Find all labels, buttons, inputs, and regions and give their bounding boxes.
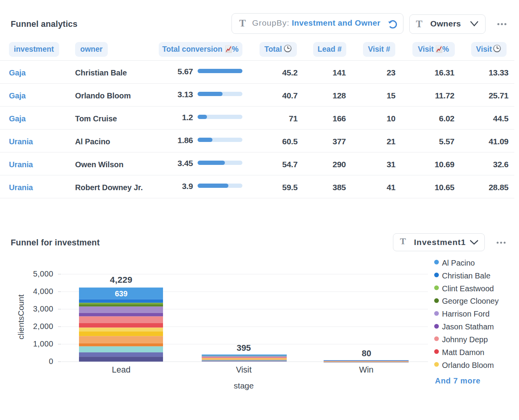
svg-text:clientsCount: clientsCount — [16, 294, 25, 340]
svg-text:0: 0 — [49, 357, 53, 366]
svg-text:639: 639 — [115, 289, 128, 298]
svg-text:5,000: 5,000 — [33, 270, 53, 278]
svg-text:stage: stage — [234, 381, 254, 390]
svg-text:Win: Win — [359, 365, 373, 374]
svg-text:Visit: Visit — [236, 365, 251, 374]
svg-text:4,229: 4,229 — [110, 275, 133, 285]
svg-text:4,000: 4,000 — [33, 287, 53, 296]
svg-text:2,000: 2,000 — [33, 322, 53, 331]
svg-text:80: 80 — [362, 348, 371, 358]
svg-text:1,000: 1,000 — [33, 340, 53, 348]
svg-text:Lead: Lead — [112, 365, 131, 374]
svg-text:395: 395 — [237, 343, 251, 353]
svg-text:3,000: 3,000 — [33, 304, 53, 313]
